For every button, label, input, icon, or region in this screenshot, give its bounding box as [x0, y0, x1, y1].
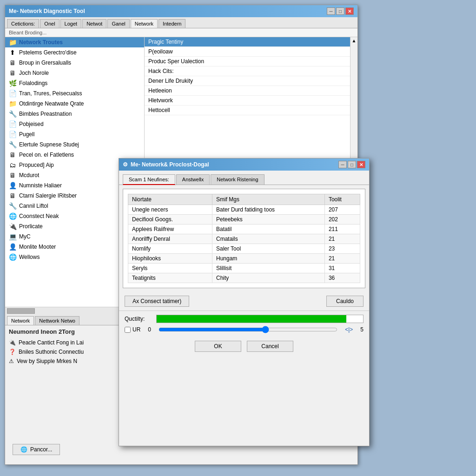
item-icon-17: 🔌 [9, 223, 16, 230]
pancor-icon: 🌐 [20, 446, 27, 453]
list-item-8[interactable]: 📄 Pugell [5, 129, 144, 139]
table-row: Decifiool Googs. Peteebeks 202 [128, 215, 360, 225]
col-header-smif: Smif Mgs [212, 194, 324, 205]
slider-row: UR 0 <|> 5 [125, 326, 364, 333]
item-icon-13: 👤 [9, 182, 16, 189]
list-item-6[interactable]: 🔧 Bimbles Preastnation [5, 109, 144, 119]
table-row: Anorilffy Denral Cmatails 21 [128, 234, 360, 244]
table-row: Unegle necers Bater Durd fatiding toos 2… [128, 205, 360, 215]
col-header-toolit: Toolit [324, 194, 360, 205]
dialog-maximize-button[interactable]: □ [348, 161, 356, 168]
cauldo-button[interactable]: Cauldo [326, 296, 364, 307]
progress-row: Quctilty: [125, 315, 364, 323]
right-item-2[interactable]: Produc Sper Ualection [145, 57, 350, 66]
dialog-tab-bar: Scam 1 Neufines: Anstwellx Network Riste… [119, 171, 369, 185]
tab-netwot[interactable]: Netwot [82, 19, 106, 28]
right-item-3[interactable]: Hack Cits: [145, 66, 350, 76]
list-item-4[interactable]: 📄 Tran, Trures, Peisecualss [5, 88, 144, 99]
scroll-up-arrow[interactable]: ▲ [352, 38, 357, 43]
dialog-tab-scam[interactable]: Scam 1 Neufines: [123, 174, 175, 185]
dialog-window: ⚙ Me- Network& Proclost-Dogal ─ □ ✕ Scam… [119, 158, 370, 446]
pancor-button[interactable]: 🌐 Pancor... [13, 444, 60, 455]
dialog-tab-network-ristening[interactable]: Network Ristening [211, 174, 264, 185]
tab-loget[interactable]: Loget [60, 19, 82, 28]
close-button[interactable]: ✕ [345, 7, 354, 15]
list-item-1[interactable]: 🖥 Broup in Grersalualls [5, 58, 144, 68]
dialog-title-bar: ⚙ Me- Network& Proclost-Dogal ─ □ ✕ [119, 159, 369, 171]
tab-cetictions[interactable]: Cetictions: [7, 19, 39, 28]
bottom-tab-nettwork[interactable]: Nettwork Netwo [35, 316, 79, 325]
list-item-network-troutes[interactable]: 📁 Network Troutes [5, 37, 144, 47]
item-icon-0: ⬆ [9, 49, 16, 56]
item-icon-1: 🖥 [9, 59, 16, 66]
ok-cancel-row: OK Cancel [119, 337, 369, 356]
item-icon-8: 📄 [9, 131, 16, 138]
item-icon-18: 💻 [9, 233, 16, 240]
title-bar-buttons: ─ □ ✕ [327, 7, 354, 15]
tab-ganel[interactable]: Ganel [107, 19, 129, 28]
data-table-container: Niortate Smif Mgs Toolit Unegle necers B… [123, 189, 365, 288]
list-item-0[interactable]: ⬆ Pstelems Gerectro'dise [5, 47, 144, 58]
ok-button[interactable]: OK [195, 341, 241, 352]
item-icon-15: 🔧 [9, 202, 16, 210]
dialog-tab-anstwellx[interactable]: Anstwellx [176, 174, 210, 185]
address-bar: Bleant Broding... [5, 28, 357, 37]
tab-intedern[interactable]: Intedern [159, 19, 185, 28]
list-item-7[interactable]: 📄 Pobjeised [5, 119, 144, 129]
progress-section: Quctilty: UR 0 <|> 5 [119, 311, 369, 337]
table-row: Teatignits Chity 36 [128, 273, 360, 283]
slider-min: 0 [148, 326, 151, 333]
table-row: Hiophilooks Hungam 21 [128, 254, 360, 264]
table-row: Applees Raiifrew Batatil 211 [128, 225, 360, 234]
slider-control[interactable] [159, 326, 337, 333]
main-tab-bar: Cetictions: Onel Loget Netwot Ganel Netw… [5, 17, 357, 28]
slider-arrows[interactable]: <|> [345, 326, 353, 333]
dialog-title: Me- Network& Proclost-Dogal [131, 161, 209, 168]
item-icon-3: 🌿 [9, 79, 16, 87]
minimize-button[interactable]: ─ [327, 7, 335, 15]
maximize-button[interactable]: □ [336, 7, 344, 15]
bottom-tab-network[interactable]: Network [7, 316, 34, 325]
list-item-5[interactable]: 📁 Otdintirge Neatwate Qrate [5, 99, 144, 109]
ur-label: UR [132, 326, 140, 333]
table-row: Nomlify Saler Tool 23 [128, 244, 360, 254]
list-item-2[interactable]: 🖥 Joch Norole [5, 68, 144, 78]
checkbox-row: UR [125, 326, 140, 333]
progress-bar-fill [157, 315, 346, 323]
right-item-6[interactable]: Hletvwork [145, 96, 350, 106]
data-table: Niortate Smif Mgs Toolit Unegle necers B… [128, 194, 360, 283]
item-icon-19: 👤 [9, 243, 16, 251]
network-troutes-icon: 📁 [9, 39, 16, 46]
right-item-1[interactable]: P(eoiloaw [145, 47, 350, 57]
list-item-9[interactable]: 🔧 Elertule Supnese Studej [5, 139, 144, 150]
footer-icon-0: 🔌 [9, 339, 16, 346]
item-icon-16: 🌐 [9, 212, 16, 220]
progress-bar-container [156, 315, 364, 323]
item-icon-5: 📁 [9, 100, 16, 107]
right-item-4[interactable]: Dener Life Drukity [145, 76, 350, 86]
slider-max: 5 [360, 326, 364, 333]
dialog-buttons-row: Ax Consect tatimer) Cauldo [119, 292, 369, 311]
tab-onel[interactable]: Onel [40, 19, 59, 28]
dialog-minimize-button[interactable]: ─ [338, 161, 347, 168]
item-icon-14: 🖥 [9, 192, 16, 199]
list-item-3[interactable]: 🌿 Folalodings [5, 78, 144, 88]
ur-checkbox[interactable] [125, 327, 131, 333]
item-icon-2: 🖥 [9, 69, 16, 77]
table-row: Seryls Slillisit 31 [128, 264, 360, 273]
item-icon-9: 🔧 [9, 141, 16, 148]
main-window-title: Me- Network Diagnostic Tool [9, 8, 85, 14]
dialog-title-buttons: ─ □ ✕ [338, 161, 365, 168]
footer-icon-2: ⚠ [9, 358, 14, 364]
item-icon-4: 📄 [9, 90, 16, 97]
footer-icon-1: ❓ [9, 349, 16, 355]
cancel-button[interactable]: Cancel [247, 341, 293, 352]
dialog-close-button[interactable]: ✕ [357, 161, 365, 168]
right-item-5[interactable]: Hetleeion [145, 86, 350, 96]
ax-consect-button[interactable]: Ax Consect tatimer) [125, 296, 189, 307]
right-item-0[interactable]: Pragic Tentiny [145, 37, 350, 47]
scroll-thumb[interactable] [7, 308, 35, 314]
right-item-7[interactable]: Hettocell [145, 106, 350, 115]
main-title-bar: Me- Network Diagnostic Tool ─ □ ✕ [5, 5, 357, 17]
tab-network[interactable]: Network [131, 19, 158, 28]
